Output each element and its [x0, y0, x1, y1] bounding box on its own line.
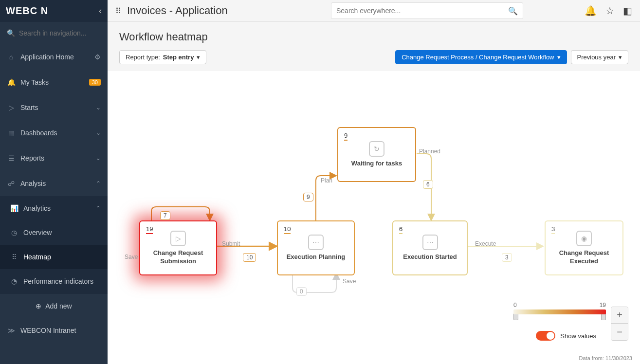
- chevron-down-icon: ▾: [197, 54, 200, 61]
- sidebar: 🔍 ⌂ Application Home ⚙ 🔔 My Tasks 30 ▷ S…: [0, 22, 108, 364]
- zoom-controls: + −: [611, 307, 628, 341]
- panel-icon[interactable]: ◧: [623, 5, 632, 17]
- sidebar-item-label: Dashboards: [20, 129, 91, 137]
- bell-icon: 🔔: [7, 78, 16, 86]
- page-title: Workflow heatmap: [119, 31, 628, 43]
- chevron-up-icon: ⌃: [96, 205, 101, 212]
- star-icon[interactable]: ☆: [605, 5, 614, 17]
- sidebar-item-label: Application Home: [20, 53, 90, 61]
- sidebar-item-heatmap[interactable]: ⠿ Heatmap: [0, 245, 108, 269]
- edge-label-planned: Planned: [419, 148, 440, 155]
- edge-badge-save2: 0: [296, 287, 307, 296]
- clock-icon: ↻: [369, 141, 384, 157]
- dashboard-icon: ▦: [7, 129, 16, 137]
- app-title: Invoices - Application: [127, 4, 228, 17]
- chart-icon: 📊: [10, 204, 18, 212]
- chevron-down-icon: ▾: [557, 54, 561, 61]
- sidebar-item-reports[interactable]: ☰ Reports ⌄: [0, 146, 108, 171]
- show-values-label: Show values: [560, 332, 596, 340]
- step-count: 10: [284, 225, 291, 234]
- period-value: Previous year: [577, 54, 616, 61]
- step-count: 6: [399, 225, 402, 234]
- sidebar-search[interactable]: 🔍: [0, 22, 108, 44]
- data-from-label: Data from: 11/30/2023: [579, 355, 632, 361]
- sidebar-item-label: Overview: [23, 229, 101, 237]
- period-selector[interactable]: Previous year ▾: [571, 50, 628, 64]
- add-new-button[interactable]: ⊕ Add new: [0, 293, 108, 318]
- step-planning[interactable]: 10 ⋯ Execution Planning: [277, 220, 355, 275]
- show-values-toggle[interactable]: [536, 331, 555, 341]
- legend-min: 0: [513, 302, 517, 309]
- step-started[interactable]: 6 ⋯ Execution Started: [392, 220, 468, 275]
- sidebar-item-performance[interactable]: ◔ Performance indicators: [0, 269, 108, 293]
- sidebar-item-label: Heatmap: [23, 253, 101, 261]
- sidebar-item-label: Reports: [20, 154, 91, 162]
- home-icon: ⌂: [7, 53, 16, 61]
- search-icon[interactable]: 🔍: [508, 6, 518, 16]
- edge-badge-submit: 10: [243, 253, 256, 262]
- external-icon: ≫: [7, 327, 16, 334]
- logo: WEBC N: [6, 5, 48, 17]
- bell-icon[interactable]: 🔔: [585, 5, 597, 17]
- zoom-out-button[interactable]: −: [611, 324, 628, 340]
- sidebar-item-overview[interactable]: ◷ Overview: [0, 220, 108, 245]
- sidebar-item-label: Performance indicators: [23, 277, 101, 285]
- gauge-icon: ◔: [10, 277, 18, 285]
- report-type-selector[interactable]: Report type: Step entry ▾: [119, 50, 206, 64]
- sidebar-search-input[interactable]: [19, 29, 104, 37]
- sidebar-item-tasks[interactable]: 🔔 My Tasks 30: [0, 70, 108, 95]
- edge-badge-execute: 3: [502, 253, 512, 262]
- edge-label-save2: Save: [343, 278, 356, 285]
- sidebar-item-label: My Tasks: [20, 78, 84, 86]
- process-selector-value: Change Request Process / Change Request …: [402, 54, 554, 61]
- edge-label-save: Save: [125, 254, 138, 260]
- step-label: Execution Planning: [287, 253, 346, 261]
- edge-badge-save: 7: [160, 211, 170, 220]
- legend-gradient: [513, 309, 606, 314]
- sidebar-item-analysis[interactable]: ☍ Analysis ⌃: [0, 171, 108, 196]
- chevron-down-icon: ⌄: [96, 104, 101, 111]
- search-icon: 🔍: [7, 29, 15, 37]
- step-executed[interactable]: 3 ◉ Change Request Executed: [545, 220, 623, 275]
- step-label: Waiting for tasks: [351, 160, 402, 168]
- workflow-canvas[interactable]: 19 ▷ Change Request Submission 10 ⋯ Exec…: [108, 71, 640, 364]
- step-submission[interactable]: 19 ▷ Change Request Submission: [139, 220, 217, 275]
- ellipsis-icon: ⋯: [308, 235, 324, 250]
- plus-icon: ⊕: [36, 302, 41, 310]
- add-new-label: Add new: [45, 302, 72, 310]
- sidebar-item-label: WEBCON Intranet: [20, 327, 101, 334]
- step-count: 9: [344, 132, 347, 141]
- sidebar-item-home[interactable]: ⌂ Application Home ⚙: [0, 44, 108, 70]
- process-selector[interactable]: Change Request Process / Change Request …: [395, 50, 567, 64]
- step-label: Execution Started: [403, 253, 457, 261]
- edge-badge-plan: 9: [303, 193, 313, 201]
- stop-circle-icon: ◉: [576, 231, 592, 246]
- global-search[interactable]: 🔍: [331, 2, 523, 19]
- search-input[interactable]: [336, 7, 508, 15]
- gear-icon[interactable]: ⚙: [94, 53, 101, 61]
- edge-badge-planned: 6: [423, 180, 433, 189]
- report-type-prefix: Report type:: [126, 54, 160, 61]
- sidebar-item-analytics[interactable]: 📊 Analytics ⌃: [0, 196, 108, 220]
- chevron-down-icon: ⌄: [96, 129, 101, 136]
- play-icon: ▷: [7, 104, 16, 111]
- zoom-in-button[interactable]: +: [611, 307, 628, 324]
- overview-icon: ◷: [10, 229, 18, 237]
- sidebar-item-intranet[interactable]: ≫ WEBCON Intranet: [0, 318, 108, 343]
- edge-label-execute: Execute: [475, 240, 496, 247]
- step-count: 3: [551, 225, 555, 234]
- sidebar-item-label: Analysis: [20, 180, 91, 187]
- ellipsis-icon: ⋯: [422, 235, 438, 250]
- heatmap-legend[interactable]: 0 19: [513, 302, 606, 320]
- legend-max: 19: [600, 302, 606, 309]
- list-icon: ☰: [7, 154, 16, 162]
- report-type-value: Step entry: [163, 54, 194, 61]
- step-label: Change Request Executed: [549, 249, 619, 266]
- chevron-down-icon: ▾: [619, 54, 622, 61]
- app-launcher-icon[interactable]: ⠿: [115, 6, 121, 16]
- step-waiting[interactable]: 9 ↻ Waiting for tasks: [337, 127, 416, 182]
- sidebar-item-starts[interactable]: ▷ Starts ⌄: [0, 95, 108, 120]
- sidebar-item-dashboards[interactable]: ▦ Dashboards ⌄: [0, 120, 108, 146]
- collapse-sidebar-icon[interactable]: ‹: [99, 6, 102, 16]
- chevron-down-icon: ⌄: [96, 155, 101, 162]
